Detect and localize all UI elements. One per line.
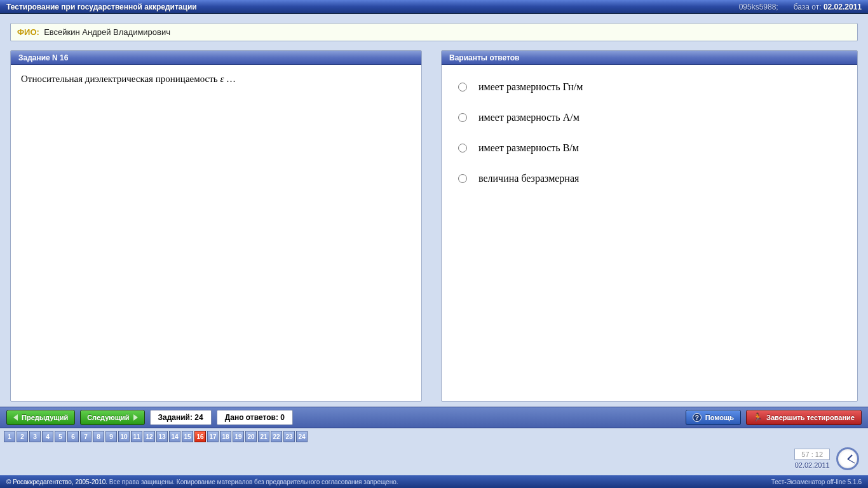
question-nav-item[interactable]: 12 [144,431,155,442]
controls-bar: Предыдущий Следующий Заданий: 24 Дано от… [0,407,868,428]
footer-rights: Все права защищены. Копирование материал… [109,478,398,485]
answer-option[interactable]: имеет размерность А/м [458,112,847,123]
session-code: 095ks5988; [739,3,778,11]
question-nav-item[interactable]: 10 [118,431,130,442]
question-nav-item[interactable]: 8 [93,431,104,442]
clock-zone: 57 : 12 02.02.2011 [0,445,868,475]
answer-radio[interactable] [458,174,467,183]
question-nav-item[interactable]: 4 [42,431,53,442]
answer-text: имеет размерность А/м [478,112,580,123]
question-nav-item[interactable]: 14 [169,431,180,442]
answer-text: имеет размерность Гн/м [478,81,583,93]
clock-icon [836,447,859,470]
question-nav-item[interactable]: 3 [29,431,41,442]
question-nav-item[interactable]: 2 [17,431,28,442]
answer-text: имеет размерность В/м [478,142,579,154]
exit-icon: 🏃 [753,413,763,422]
answer-radio[interactable] [458,83,467,92]
answered-chip: Дано ответов: 0 [217,410,293,425]
question-nav-item[interactable]: 23 [283,431,295,442]
question-nav-item[interactable]: 18 [220,431,231,442]
question-panel-header: Задание N 16 [11,51,421,65]
title-bar: Тестирование при государственной аккреди… [0,0,868,14]
fio-box: ФИО: Евсейкин Андрей Владимирович [10,23,858,41]
answer-option[interactable]: величина безразмерная [458,173,847,184]
app-title: Тестирование при государственной аккреди… [6,3,197,11]
question-nav-item[interactable]: 11 [131,431,142,442]
answers-list: имеет размерность Гн/м имеет размерность… [452,74,847,184]
question-nav-item[interactable]: 16 [194,431,206,442]
db-date-group: база от: 02.02.2011 [794,3,862,11]
answer-option[interactable]: имеет размерность Гн/м [458,81,847,93]
question-nav-item[interactable]: 13 [156,431,168,442]
footer-copyright: © Росаккредагентство, 2005-2010. [6,478,107,485]
fio-name: Евсейкин Андрей Владимирович [44,27,170,37]
answers-panel-header: Варианты ответов [442,51,857,65]
question-nav-item[interactable]: 17 [207,431,219,442]
chevron-right-icon [133,414,138,421]
question-nav-item[interactable]: 7 [80,431,92,442]
time-remaining: 57 : 12 [794,449,830,460]
question-nav-item[interactable]: 1 [4,431,15,442]
question-nav-item[interactable]: 24 [296,431,308,442]
prev-button[interactable]: Предыдущий [6,410,75,425]
question-nav-item[interactable]: 20 [245,431,257,442]
footer: © Росаккредагентство, 2005-2010. Все пра… [0,475,868,488]
question-nav-item[interactable]: 22 [271,431,282,442]
question-nav-item[interactable]: 9 [105,431,117,442]
question-nav-item[interactable]: 6 [67,431,79,442]
question-panel: Задание N 16 Относительная диэлектрическ… [10,50,422,402]
chevron-left-icon [13,414,18,421]
current-date: 02.02.2011 [795,461,830,469]
question-text: Относительная диэлектрическая проницаемо… [11,65,421,401]
question-navigator: 123456789101112131415161718192021222324 [0,428,868,445]
answer-text: величина безразмерная [478,173,579,184]
workspace: ФИО: Евсейкин Андрей Владимирович Задани… [0,14,868,407]
titlebar-right: 095ks5988; база от: 02.02.2011 [739,3,862,11]
footer-product: Тест-Экзаменатор off-line 5.1.6 [771,478,862,485]
total-tasks-chip: Заданий: 24 [150,410,212,425]
question-nav-item[interactable]: 15 [182,431,193,442]
answers-body: имеет размерность Гн/м имеет размерность… [442,65,857,401]
answer-radio[interactable] [458,144,467,152]
next-button[interactable]: Следующий [80,410,144,425]
answers-panel: Варианты ответов имеет размерность Гн/м … [441,50,858,402]
clock-box: 57 : 12 02.02.2011 [794,449,830,469]
question-nav-item[interactable]: 5 [55,431,66,442]
finish-button[interactable]: 🏃 Завершить тестирование [746,410,862,425]
question-nav-item[interactable]: 21 [258,431,269,442]
help-button[interactable]: ? Помощь [686,410,741,425]
fio-label: ФИО: [17,27,39,37]
panels: Задание N 16 Относительная диэлектрическ… [10,50,858,402]
help-icon: ? [693,413,702,422]
answer-radio[interactable] [458,113,467,122]
question-nav-item[interactable]: 19 [233,431,244,442]
answer-option[interactable]: имеет размерность В/м [458,142,847,154]
